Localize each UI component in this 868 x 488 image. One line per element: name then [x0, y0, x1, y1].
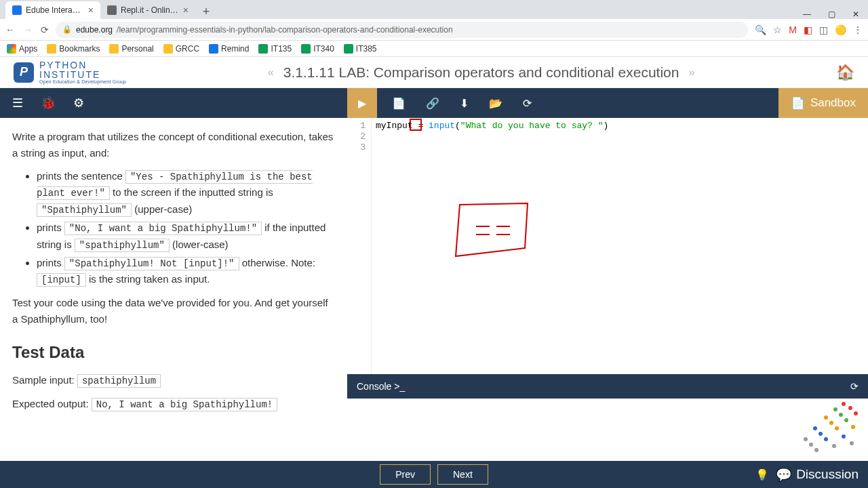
browser-tab[interactable]: Repl.it - Online Python Editor an × — [100, 1, 195, 19]
lesson-title: 3.1.1.11 LAB: Comparison operators and c… — [283, 64, 679, 81]
share-icon[interactable]: 🔗 — [426, 97, 439, 110]
zoom-icon[interactable]: 🔍 — [755, 24, 766, 35]
svg-point-2 — [854, 411, 858, 415]
bookmark-item[interactable]: IT135 — [258, 44, 292, 54]
bookmark-item[interactable]: IT340 — [301, 44, 334, 54]
hint-icon[interactable]: 💡 — [755, 468, 769, 481]
bookmark-item[interactable]: Bookmarks — [47, 44, 100, 54]
url-input[interactable]: 🔒 edube.org/learn/programming-essentials… — [56, 22, 748, 38]
next-lesson-icon[interactable]: » — [688, 66, 694, 79]
sandbox-button[interactable]: 📄 Sandbox — [778, 88, 868, 118]
tab-title: Repl.it - Online Python Editor an — [121, 5, 179, 15]
logo-sub1: INSTITUTE — [39, 70, 126, 79]
svg-point-5 — [844, 418, 848, 422]
browser-tab-active[interactable]: Edube Interactive :: 3.1.1.11 LAB: × — [5, 1, 100, 19]
logo-icon: P — [14, 62, 34, 83]
sample-input: Sample input: spathiphyllum — [12, 372, 335, 388]
copy-icon[interactable]: 📄 — [392, 97, 406, 110]
console-body[interactable] — [347, 399, 868, 461]
gear-icon[interactable]: ⚙ — [73, 96, 84, 110]
refresh-icon[interactable]: ⟳ — [523, 97, 532, 110]
menu-icon[interactable]: ⋮ — [853, 24, 863, 35]
svg-point-18 — [850, 441, 854, 445]
discussion-label: Discussion — [796, 467, 859, 482]
bookmark-item[interactable]: IT385 — [344, 44, 377, 54]
intro-text: Write a program that utilizes the concep… — [12, 129, 335, 161]
console-label: Console >_ — [357, 381, 405, 392]
footer: Prev Next 💡 💬 Discussion — [0, 461, 868, 488]
reload-button[interactable]: ⟳ — [41, 24, 49, 35]
extension-icon[interactable]: ◧ — [804, 24, 812, 35]
svg-point-6 — [824, 415, 828, 420]
minimize-button[interactable]: — — [795, 9, 819, 19]
close-icon[interactable]: × — [183, 5, 189, 16]
bullet-3: prints "Spathiphyllum! Not [input]!" oth… — [37, 255, 335, 288]
maximize-button[interactable]: ▢ — [819, 9, 844, 19]
run-button[interactable]: ▶ — [347, 88, 377, 118]
menu-icon[interactable]: ☰ — [12, 96, 23, 110]
svg-point-10 — [813, 426, 817, 430]
svg-point-15 — [809, 443, 813, 447]
right-pane: 1 2 3 myInput = input("What do you have … — [347, 118, 868, 461]
lesson-content[interactable]: Write a program that utilizes the concep… — [0, 118, 347, 461]
console-header[interactable]: Console >_ ⟳ — [347, 374, 868, 399]
url-host: edube.org — [76, 25, 113, 35]
annotation-sketch — [453, 199, 548, 274]
page-header: P PYTHON INSTITUTE Open Education & Deve… — [0, 57, 868, 88]
bookmark-item[interactable]: GRCC — [163, 44, 199, 54]
svg-point-3 — [833, 407, 837, 411]
svg-point-4 — [839, 413, 843, 417]
svg-point-9 — [851, 425, 855, 429]
svg-point-8 — [835, 426, 839, 430]
code-editor[interactable]: 1 2 3 myInput = input("What do you have … — [347, 118, 868, 374]
svg-point-7 — [829, 421, 833, 425]
prev-lesson-icon[interactable]: « — [268, 66, 274, 79]
discussion-button[interactable]: 💬 Discussion — [776, 467, 859, 483]
profile-icon[interactable]: 🟡 — [835, 24, 846, 35]
close-window-button[interactable]: ✕ — [844, 9, 868, 19]
back-button[interactable]: ← — [5, 24, 15, 35]
test-data-heading: Test Data — [12, 340, 335, 365]
home-icon[interactable]: 🏠 — [836, 64, 854, 81]
bookmark-apps[interactable]: Apps — [7, 44, 37, 54]
tab-title: Edube Interactive :: 3.1.1.11 LAB: — [26, 5, 84, 15]
logo[interactable]: P PYTHON INSTITUTE Open Education & Deve… — [14, 60, 126, 84]
extension-icon-2[interactable]: ◫ — [819, 24, 828, 35]
svg-point-12 — [824, 437, 828, 441]
chat-icon: 💬 — [776, 467, 792, 483]
svg-point-14 — [804, 437, 808, 441]
download-icon[interactable]: ⬇ — [460, 97, 469, 110]
window-controls: — ▢ ✕ — [795, 9, 868, 19]
forward-button[interactable]: → — [23, 24, 33, 35]
svg-point-17 — [832, 444, 836, 448]
svg-point-1 — [848, 406, 852, 410]
svg-point-11 — [818, 432, 823, 436]
close-icon[interactable]: × — [88, 5, 94, 16]
favicon — [12, 5, 22, 15]
logo-sub2: Open Education & Development Group — [39, 79, 126, 84]
next-button[interactable]: Next — [437, 464, 488, 485]
gmail-icon[interactable]: M — [789, 24, 797, 35]
favicon — [107, 5, 117, 15]
file-icon: 📄 — [791, 96, 805, 110]
bug-icon[interactable]: 🐞 — [41, 96, 56, 110]
url-path: /learn/programming-essentials-in-python/… — [117, 25, 453, 35]
bookmark-item[interactable]: Personal — [109, 44, 153, 54]
outro-text: Test your code using the data we've prov… — [12, 295, 335, 327]
bookmark-item[interactable]: Remind — [209, 44, 249, 54]
sandbox-label: Sandbox — [810, 96, 856, 110]
star-icon[interactable]: ☆ — [773, 24, 782, 35]
svg-point-16 — [814, 448, 818, 452]
svg-point-0 — [842, 402, 846, 406]
tab-strip: Edube Interactive :: 3.1.1.11 LAB: × Rep… — [0, 0, 868, 19]
prev-button[interactable]: Prev — [380, 464, 431, 485]
address-bar: ← → ⟳ 🔒 edube.org/learn/programming-esse… — [0, 19, 868, 41]
bullet-1: prints the sentence "Yes - Spathiphyllum… — [37, 168, 335, 218]
toolbar-row: ☰ 🐞 ⚙ ▶ 📄 🔗 ⬇ 📂 ⟳ 📄 Sandbox — [0, 88, 868, 118]
refresh-icon[interactable]: ⟳ — [850, 381, 859, 392]
expected-output: Expected output: No, I want a big Spathi… — [12, 396, 335, 412]
folder-icon[interactable]: 📂 — [489, 97, 502, 110]
lock-icon: 🔒 — [62, 25, 72, 34]
code-area[interactable]: myInput = input("What do you have to say… — [372, 118, 868, 374]
new-tab-button[interactable]: + — [199, 5, 213, 19]
